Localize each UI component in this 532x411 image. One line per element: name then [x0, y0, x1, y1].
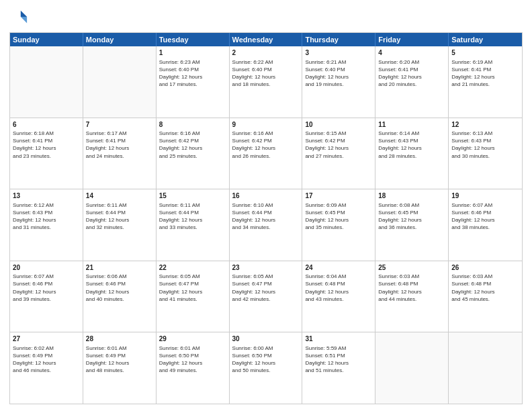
cell-info: Sunrise: 6:02 AM Sunset: 6:49 PM Dayligh… [13, 345, 80, 375]
header-monday: Monday [83, 33, 157, 46]
header-friday: Friday [375, 33, 449, 46]
day-number: 16 [232, 191, 300, 201]
day-number: 25 [378, 263, 445, 273]
day-number: 2 [232, 48, 300, 58]
calendar-cell: 12Sunrise: 6:13 AM Sunset: 6:43 PM Dayli… [449, 118, 522, 189]
day-number: 14 [86, 191, 153, 201]
calendar-header: Sunday Monday Tuesday Wednesday Thursday… [10, 33, 522, 46]
header-thursday: Thursday [302, 33, 375, 46]
calendar-cell: 25Sunrise: 6:03 AM Sunset: 6:48 PM Dayli… [375, 261, 449, 332]
cell-info: Sunrise: 6:12 AM Sunset: 6:43 PM Dayligh… [13, 201, 80, 232]
day-number: 18 [378, 191, 445, 201]
header-sunday: Sunday [10, 33, 83, 46]
calendar: Sunday Monday Tuesday Wednesday Thursday… [9, 32, 523, 404]
calendar-cell: 22Sunrise: 6:05 AM Sunset: 6:47 PM Dayli… [157, 261, 230, 332]
day-number: 30 [232, 334, 300, 344]
day-number: 20 [13, 263, 80, 273]
calendar-cell: 9Sunrise: 6:16 AM Sunset: 6:42 PM Daylig… [230, 118, 303, 189]
cell-info: Sunrise: 6:07 AM Sunset: 6:46 PM Dayligh… [451, 201, 519, 232]
calendar-cell: 13Sunrise: 6:12 AM Sunset: 6:43 PM Dayli… [10, 189, 83, 261]
calendar-cell: 17Sunrise: 6:09 AM Sunset: 6:45 PM Dayli… [302, 189, 375, 261]
cell-info: Sunrise: 6:11 AM Sunset: 6:44 PM Dayligh… [86, 201, 153, 232]
cell-info: Sunrise: 6:21 AM Sunset: 6:40 PM Dayligh… [305, 58, 372, 89]
calendar-cell: 30Sunrise: 6:00 AM Sunset: 6:50 PM Dayli… [230, 332, 303, 404]
cell-info: Sunrise: 6:09 AM Sunset: 6:45 PM Dayligh… [305, 201, 372, 232]
calendar-cell: 2Sunrise: 6:22 AM Sunset: 6:40 PM Daylig… [230, 46, 303, 118]
header-saturday: Saturday [449, 33, 522, 46]
calendar-cell [10, 46, 83, 118]
day-number: 12 [451, 120, 519, 130]
calendar-cell: 26Sunrise: 6:03 AM Sunset: 6:48 PM Dayli… [449, 261, 522, 332]
cell-info: Sunrise: 6:15 AM Sunset: 6:42 PM Dayligh… [305, 130, 372, 160]
calendar-cell: 21Sunrise: 6:06 AM Sunset: 6:46 PM Dayli… [83, 261, 157, 332]
calendar-row-1: 6Sunrise: 6:18 AM Sunset: 6:41 PM Daylig… [10, 118, 522, 189]
calendar-cell: 15Sunrise: 6:11 AM Sunset: 6:44 PM Dayli… [157, 189, 230, 261]
logo-icon [9, 8, 28, 27]
cell-info: Sunrise: 6:03 AM Sunset: 6:48 PM Dayligh… [378, 273, 445, 303]
cell-info: Sunrise: 6:11 AM Sunset: 6:44 PM Dayligh… [159, 201, 226, 232]
calendar-body: 1Sunrise: 6:23 AM Sunset: 6:40 PM Daylig… [10, 46, 522, 404]
svg-marker-0 [21, 11, 27, 17]
calendar-cell: 7Sunrise: 6:17 AM Sunset: 6:41 PM Daylig… [83, 118, 157, 189]
day-number: 9 [232, 120, 300, 130]
day-number: 23 [232, 263, 300, 273]
calendar-cell: 6Sunrise: 6:18 AM Sunset: 6:41 PM Daylig… [10, 118, 83, 189]
cell-info: Sunrise: 6:18 AM Sunset: 6:41 PM Dayligh… [13, 130, 80, 160]
cell-info: Sunrise: 6:17 AM Sunset: 6:41 PM Dayligh… [86, 130, 153, 160]
day-number: 10 [305, 120, 372, 130]
day-number: 7 [86, 120, 153, 130]
calendar-cell [375, 332, 449, 404]
calendar-cell [83, 46, 157, 118]
day-number: 29 [159, 334, 226, 344]
calendar-cell: 11Sunrise: 6:14 AM Sunset: 6:43 PM Dayli… [375, 118, 449, 189]
day-number: 22 [159, 263, 226, 273]
calendar-cell [449, 332, 522, 404]
calendar-cell: 8Sunrise: 6:16 AM Sunset: 6:42 PM Daylig… [157, 118, 230, 189]
calendar-cell: 4Sunrise: 6:20 AM Sunset: 6:41 PM Daylig… [375, 46, 449, 118]
day-number: 1 [159, 48, 226, 58]
calendar-cell: 1Sunrise: 6:23 AM Sunset: 6:40 PM Daylig… [157, 46, 230, 118]
calendar-cell: 23Sunrise: 6:05 AM Sunset: 6:47 PM Dayli… [230, 261, 303, 332]
cell-info: Sunrise: 6:03 AM Sunset: 6:48 PM Dayligh… [451, 273, 519, 303]
calendar-cell: 3Sunrise: 6:21 AM Sunset: 6:40 PM Daylig… [302, 46, 375, 118]
calendar-cell: 29Sunrise: 6:01 AM Sunset: 6:50 PM Dayli… [157, 332, 230, 404]
cell-info: Sunrise: 6:04 AM Sunset: 6:48 PM Dayligh… [305, 273, 372, 303]
calendar-cell: 18Sunrise: 6:08 AM Sunset: 6:45 PM Dayli… [375, 189, 449, 261]
cell-info: Sunrise: 6:22 AM Sunset: 6:40 PM Dayligh… [232, 58, 300, 89]
calendar-cell: 16Sunrise: 6:10 AM Sunset: 6:44 PM Dayli… [230, 189, 303, 261]
cell-info: Sunrise: 6:00 AM Sunset: 6:50 PM Dayligh… [232, 345, 300, 375]
cell-info: Sunrise: 6:10 AM Sunset: 6:44 PM Dayligh… [232, 201, 300, 232]
day-number: 21 [86, 263, 153, 273]
cell-info: Sunrise: 6:16 AM Sunset: 6:42 PM Dayligh… [232, 130, 300, 160]
day-number: 5 [451, 48, 519, 58]
cell-info: Sunrise: 6:23 AM Sunset: 6:40 PM Dayligh… [159, 58, 226, 89]
page: Sunday Monday Tuesday Wednesday Thursday… [0, 0, 532, 411]
calendar-cell: 14Sunrise: 6:11 AM Sunset: 6:44 PM Dayli… [83, 189, 157, 261]
cell-info: Sunrise: 6:19 AM Sunset: 6:41 PM Dayligh… [451, 58, 519, 89]
svg-marker-1 [21, 17, 27, 23]
cell-info: Sunrise: 6:13 AM Sunset: 6:43 PM Dayligh… [451, 130, 519, 160]
day-number: 15 [159, 191, 226, 201]
calendar-cell: 24Sunrise: 6:04 AM Sunset: 6:48 PM Dayli… [302, 261, 375, 332]
header-tuesday: Tuesday [157, 33, 230, 46]
cell-info: Sunrise: 6:14 AM Sunset: 6:43 PM Dayligh… [378, 130, 445, 160]
day-number: 4 [378, 48, 445, 58]
day-number: 28 [86, 334, 153, 344]
calendar-row-2: 13Sunrise: 6:12 AM Sunset: 6:43 PM Dayli… [10, 189, 522, 261]
day-number: 17 [305, 191, 372, 201]
calendar-row-4: 27Sunrise: 6:02 AM Sunset: 6:49 PM Dayli… [10, 332, 522, 404]
cell-info: Sunrise: 6:08 AM Sunset: 6:45 PM Dayligh… [378, 201, 445, 232]
calendar-cell: 20Sunrise: 6:07 AM Sunset: 6:46 PM Dayli… [10, 261, 83, 332]
calendar-row-0: 1Sunrise: 6:23 AM Sunset: 6:40 PM Daylig… [10, 46, 522, 118]
cell-info: Sunrise: 6:01 AM Sunset: 6:49 PM Dayligh… [86, 345, 153, 375]
day-number: 27 [13, 334, 80, 344]
calendar-row-3: 20Sunrise: 6:07 AM Sunset: 6:46 PM Dayli… [10, 261, 522, 332]
header-wednesday: Wednesday [230, 33, 303, 46]
day-number: 6 [13, 120, 80, 130]
cell-info: Sunrise: 6:01 AM Sunset: 6:50 PM Dayligh… [159, 345, 226, 375]
cell-info: Sunrise: 6:16 AM Sunset: 6:42 PM Dayligh… [159, 130, 226, 160]
calendar-cell: 28Sunrise: 6:01 AM Sunset: 6:49 PM Dayli… [83, 332, 157, 404]
calendar-cell: 27Sunrise: 6:02 AM Sunset: 6:49 PM Dayli… [10, 332, 83, 404]
header [9, 8, 523, 27]
day-number: 19 [451, 191, 519, 201]
